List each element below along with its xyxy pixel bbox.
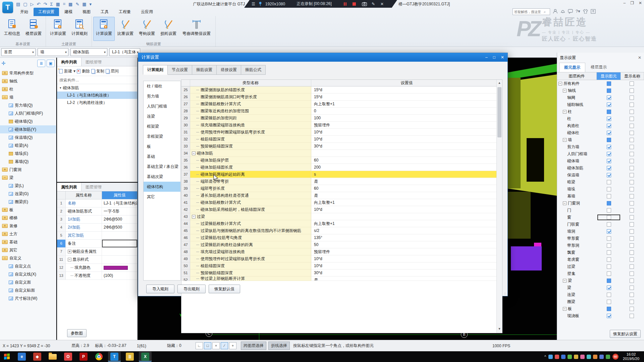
show-element-checkbox[interactable]	[597, 242, 621, 249]
display-row-砌体墙[interactable]: 砌体墙	[557, 158, 644, 165]
snap-icon-3[interactable]: ∕	[221, 342, 228, 349]
sidebar-item-幕墙(Q)[interactable]: 幕墙(Q)	[0, 158, 56, 166]
sidebar-item-自定义贴面[interactable]: 自定义贴面	[0, 286, 56, 294]
category-基础次梁[interactable]: 基础次梁	[144, 172, 180, 182]
ribbon-tab-工程设置[interactable]: 工程设置	[34, 8, 59, 16]
sidebar-item-保温墙(Q)[interactable]: 保温墙(Q)	[0, 133, 56, 141]
sidebar-item-常用构件类型[interactable]: +常用构件类型	[0, 69, 56, 77]
restore-defaults-button[interactable]: 恢复默认值	[209, 285, 240, 293]
collapse-icon[interactable]: −	[563, 138, 567, 142]
snap-icon-4[interactable]: +	[229, 342, 236, 349]
setting-row-33[interactable]: 33预留钢筋锚固深度30*d	[181, 143, 497, 150]
toolbar-button-层间[interactable]: 层间	[106, 68, 119, 74]
col-show-element[interactable]: 显示图元	[597, 72, 621, 80]
taskbar-app-excel[interactable]: X	[139, 352, 152, 362]
display-row-过梁[interactable]: 过梁	[557, 263, 644, 270]
show-name-checkbox[interactable]	[621, 207, 642, 214]
panel-view-button[interactable]: ▣	[47, 60, 55, 67]
property-value[interactable]	[102, 256, 137, 263]
undo-icon[interactable]: ↶	[37, 2, 41, 7]
setting-value[interactable]	[311, 150, 497, 157]
find-table-icon[interactable]: ⌗	[63, 1, 65, 7]
show-name-checkbox[interactable]	[621, 87, 642, 94]
show-element-checkbox[interactable]	[597, 214, 621, 221]
show-name-checkbox[interactable]	[621, 122, 642, 129]
category-框架梁[interactable]: 框架梁	[144, 121, 180, 131]
taskbar-app-pdf[interactable]: P	[77, 352, 90, 362]
setting-row-35[interactable]: 35砌体加筋保护层60	[181, 157, 497, 164]
save-icon[interactable]: ▤	[16, 2, 20, 7]
sidebar-item-楼梯[interactable]: +楼梯	[0, 214, 56, 222]
table-icon[interactable]: ▦	[56, 2, 60, 7]
show-element-checkbox[interactable]	[597, 291, 621, 298]
collapse-icon[interactable]: −	[563, 89, 567, 93]
setting-value[interactable]: 10*d	[311, 206, 497, 213]
dialog-minimize-button[interactable]: –	[485, 55, 488, 60]
sidebar-item-连梁(G)[interactable]: 连梁(G)	[0, 190, 56, 198]
setting-row-27[interactable]: 27圈梁箍筋根数计算方式向上取整+1	[181, 101, 497, 108]
ribbon-button-弯钩设置[interactable]: 弯钩设置	[136, 17, 158, 41]
annotate-pencil-icon[interactable]: ✎	[372, 2, 375, 6]
dialog-tab-计算规则[interactable]: 计算规则	[143, 65, 168, 75]
setting-value[interactable]: 是	[311, 178, 497, 185]
sidebar-item-剪力墙(Q)[interactable]: 剪力墙(Q)	[0, 101, 56, 109]
setting-value[interactable]: 50	[311, 241, 497, 248]
property-value[interactable]: LJ-1（与主体结构连	[102, 199, 137, 207]
show-name-checkbox[interactable]	[621, 270, 642, 277]
property-row-备注[interactable]: 6备注	[57, 240, 137, 248]
category-基础主梁 / 承台梁[interactable]: 基础主梁 / 承台梁	[144, 162, 180, 172]
setting-row-31[interactable]: 31使用预埋件时圈梁端部纵筋弯折长度10*d	[181, 129, 497, 136]
setting-row-38[interactable]: 38端部是否带弯折是	[181, 178, 497, 185]
tray-icon-2[interactable]	[561, 355, 566, 359]
expand-icon[interactable]: +	[68, 250, 71, 253]
setting-value[interactable]: 15*d	[311, 94, 497, 101]
property-value[interactable]: 2Φ6@500	[102, 224, 137, 231]
scroll-down-icon[interactable]: ▼	[497, 326, 502, 332]
setting-row-43[interactable]: 43−过梁	[181, 213, 497, 220]
setting-row-26[interactable]: 26圈梁侧面钢筋遇洞口时弯折长度15*d	[181, 94, 497, 101]
setting-row-34[interactable]: 34−砌体加筋	[181, 150, 497, 157]
property-row-不透明度[interactable]: 13不透明度(100)	[57, 272, 137, 280]
display-row-墙垛[interactable]: 墙垛	[557, 186, 644, 193]
import-rules-button[interactable]: 导入规则	[146, 285, 174, 293]
property-value[interactable]: (100)	[102, 272, 137, 280]
tray-icon-8[interactable]	[599, 355, 604, 359]
display-row-板[interactable]: −板	[557, 305, 644, 312]
show-name-checkbox[interactable]	[621, 172, 642, 179]
combo-select-2[interactable]: 砌体加筋▾	[70, 48, 107, 56]
polyline-select-toggle[interactable]: 折线选择	[268, 342, 290, 350]
ribbon-button-计算规则[interactable]: 计算规则	[69, 17, 90, 41]
category-其它[interactable]: 其它	[144, 192, 180, 202]
tab-图纸管理[interactable]: 图纸管理	[82, 58, 106, 66]
new-file-icon[interactable]: ▢	[23, 2, 27, 7]
show-element-checkbox[interactable]	[597, 200, 621, 207]
list-item-LJ-1（与主体结构连接）[interactable]: LJ-1（与主体结构连接）	[57, 92, 137, 99]
toolbar-button-删除[interactable]: 删除	[77, 68, 90, 74]
setting-row-37[interactable]: 37砌体加筋两端的起始距离s	[181, 171, 497, 178]
setting-value[interactable]: 30*d	[311, 269, 497, 277]
setting-row-39[interactable]: 39端部弯折长度60	[181, 185, 497, 192]
show-name-checkbox[interactable]	[621, 256, 642, 263]
tray-icon-1[interactable]	[555, 355, 559, 359]
export-rules-button[interactable]: 导出规则	[177, 285, 206, 293]
setting-row-47[interactable]: 47过梁箍筋距构造柱边缘的距离50	[181, 241, 497, 248]
show-name-checkbox[interactable]	[621, 143, 642, 150]
category-人防门框墙[interactable]: 人防门框墙	[144, 101, 180, 111]
property-row-砌体加筋形式[interactable]: 2砌体加筋形式一字-5形	[57, 207, 137, 216]
toolbar-button-复制[interactable]: 复制	[91, 68, 104, 74]
ribbon-button-计算设置[interactable]: 计算设置	[47, 17, 69, 41]
snap-icon-1[interactable]: □	[204, 342, 211, 349]
show-name-checkbox[interactable]	[621, 235, 642, 242]
grid-icon[interactable]: ▦	[82, 2, 86, 7]
show-name-checkbox[interactable]	[621, 249, 642, 256]
collapse-icon[interactable]: −	[192, 152, 196, 155]
display-row-门联窗[interactable]: 门联窗	[557, 221, 644, 228]
show-element-checkbox[interactable]	[597, 87, 621, 94]
display-row-窗[interactable]: 窗	[557, 214, 644, 221]
setting-value[interactable]: 30*d	[311, 143, 497, 150]
category-柱 / 墙柱[interactable]: 柱 / 墙柱	[144, 81, 180, 91]
category-非框架梁[interactable]: 非框架梁	[144, 131, 180, 141]
sidebar-item-轴线[interactable]: +轴线	[0, 77, 56, 85]
collapse-icon[interactable]: −	[563, 201, 567, 205]
category-剪力墙[interactable]: 剪力墙	[144, 91, 180, 101]
